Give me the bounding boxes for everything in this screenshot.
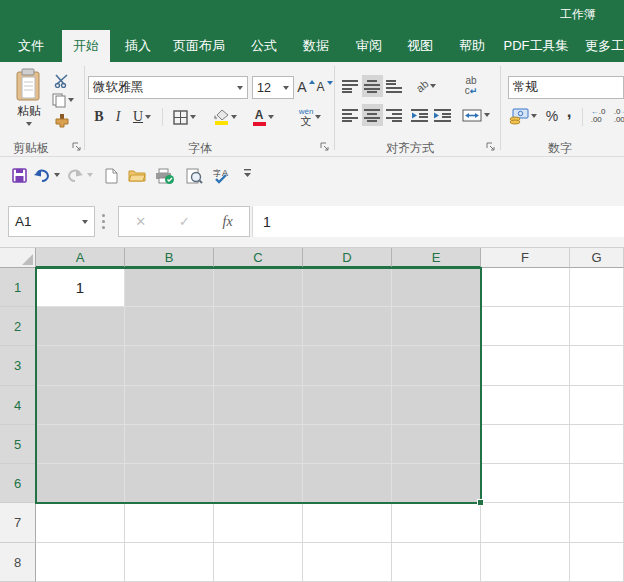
name-box[interactable]: A1 [8,206,95,237]
cell-A8[interactable] [36,543,125,582]
cell-G6[interactable] [570,464,624,503]
cell-E2[interactable] [392,307,481,346]
cell-G8[interactable] [570,543,624,582]
cell-F4[interactable] [481,386,570,425]
undo-button[interactable] [33,168,60,182]
cell-A3[interactable] [36,346,125,386]
formula-bar-resize-handle[interactable] [102,214,105,217]
cell-E4[interactable] [392,386,481,425]
insert-function-icon[interactable]: fx [223,214,233,230]
format-painter-button[interactable] [50,111,74,129]
cell-G7[interactable] [570,503,624,543]
font-size-combo[interactable]: 12 [252,76,294,99]
row-header-6[interactable]: 6 [0,464,36,503]
increase-font-size-button[interactable]: A [297,76,315,98]
cell-F2[interactable] [481,307,570,346]
quick-print-button[interactable] [155,168,175,185]
phonetic-guide-button[interactable]: wén 文 [292,105,328,129]
cancel-icon[interactable]: ✕ [135,214,146,229]
tab-页面布局[interactable]: 页面布局 [168,30,230,62]
decrease-font-size-button[interactable]: A [316,76,333,98]
fill-handle[interactable] [477,499,484,506]
column-header-C[interactable]: C [214,248,303,268]
cell-C5[interactable] [214,425,303,464]
increase-decimal-button[interactable]: ←.0 .00 [587,104,609,128]
cell-G4[interactable] [570,386,624,425]
decrease-decimal-button[interactable]: .0→ .00 [611,104,624,128]
formula-input[interactable]: 1 [252,206,624,237]
cell-D5[interactable] [303,425,392,464]
paste-button[interactable]: 粘贴 [10,68,48,134]
cell-A5[interactable] [36,425,125,464]
cell-A7[interactable] [36,503,125,543]
cell-F1[interactable] [481,268,570,307]
customize-qat-button[interactable] [243,168,252,177]
cell-C6[interactable] [214,464,303,503]
cell-G1[interactable] [570,268,624,307]
font-dialog-launcher-icon[interactable] [320,142,330,152]
fill-color-button[interactable] [208,105,242,129]
wrap-text-button[interactable]: ab c↵ [456,73,486,99]
tab-帮助[interactable]: 帮助 [452,30,492,62]
cut-button[interactable] [50,72,74,90]
spelling-button[interactable]: 字 A [213,168,231,184]
tab-公式[interactable]: 公式 [244,30,284,62]
cell-E8[interactable] [392,543,481,582]
row-header-8[interactable]: 8 [0,543,36,582]
cell-C7[interactable] [214,503,303,543]
select-all-corner[interactable] [0,248,36,268]
cell-E3[interactable] [392,346,481,386]
print-preview-button[interactable] [186,168,203,184]
row-header-3[interactable]: 3 [0,346,36,386]
row-header-5[interactable]: 5 [0,425,36,464]
cell-B1[interactable] [125,268,214,307]
row-header-7[interactable]: 7 [0,503,36,543]
cell-D6[interactable] [303,464,392,503]
cell-B3[interactable] [125,346,214,386]
bottom-align-button[interactable] [384,75,405,97]
cell-A1[interactable]: 1 [36,268,125,307]
bold-button[interactable]: B [90,105,108,129]
row-header-2[interactable]: 2 [0,307,36,346]
cell-C4[interactable] [214,386,303,425]
cell-E6[interactable] [392,464,481,503]
merge-center-button[interactable] [458,104,494,126]
cell-F3[interactable] [481,346,570,386]
copy-button[interactable] [48,91,78,109]
cell-F7[interactable] [481,503,570,543]
open-button[interactable] [128,168,146,182]
align-center-button[interactable] [362,104,383,126]
tab-开始[interactable]: 开始 [62,30,110,62]
column-header-D[interactable]: D [303,248,392,268]
column-header-A[interactable]: A [36,248,125,268]
cell-E5[interactable] [392,425,481,464]
cell-A6[interactable] [36,464,125,503]
cell-E7[interactable] [392,503,481,543]
font-name-combo[interactable]: 微软雅黑 [88,76,248,99]
row-header-4[interactable]: 4 [0,386,36,425]
decrease-indent-button[interactable] [409,104,431,126]
cell-B8[interactable] [125,543,214,582]
clipboard-dialog-launcher-icon[interactable] [72,142,82,152]
cell-D2[interactable] [303,307,392,346]
cell-D8[interactable] [303,543,392,582]
tab-审阅[interactable]: 审阅 [349,30,389,62]
cell-B6[interactable] [125,464,214,503]
column-header-G[interactable]: G [570,248,624,268]
italic-button[interactable]: I [110,105,126,129]
font-color-button[interactable]: A [248,105,278,129]
cell-A2[interactable] [36,307,125,346]
align-left-button[interactable] [340,104,361,126]
cell-C1[interactable] [214,268,303,307]
tab-视图[interactable]: 视图 [400,30,440,62]
cell-F5[interactable] [481,425,570,464]
column-header-F[interactable]: F [481,248,570,268]
tab-PDF工具集[interactable]: PDF工具集 [498,30,574,62]
cell-G5[interactable] [570,425,624,464]
column-header-B[interactable]: B [125,248,214,268]
cell-B2[interactable] [125,307,214,346]
enter-icon[interactable]: ✓ [179,214,190,229]
orientation-button[interactable]: ab [410,75,442,97]
comma-style-button[interactable]: , [562,100,576,124]
redo-button[interactable] [66,168,93,182]
